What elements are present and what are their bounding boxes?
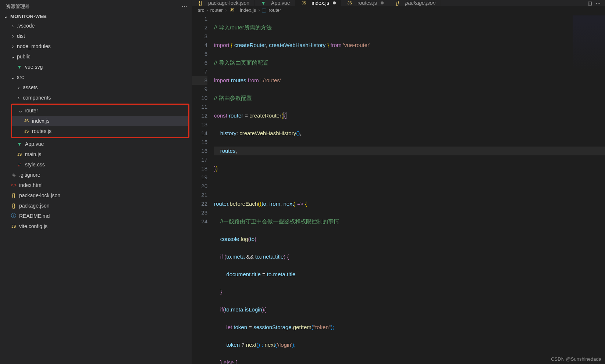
more-icon[interactable]: ⋯	[596, 0, 601, 6]
file-package-json[interactable]: {}package.json	[0, 201, 192, 211]
file-vue-svg[interactable]: ▼vue.svg	[0, 62, 192, 72]
tab-index-js[interactable]: JSindex.js	[295, 0, 341, 6]
json-icon: {}	[10, 203, 17, 209]
chevron-right-icon: ›	[10, 43, 15, 49]
folder-public[interactable]: ⌄public	[0, 51, 192, 62]
file-gitignore[interactable]: ◈.gitignore	[0, 170, 192, 180]
chevron-right-icon: ›	[10, 23, 15, 29]
js-icon: JS	[23, 129, 30, 133]
html-icon: <>	[10, 182, 17, 188]
tab-app-vue[interactable]: ▼App.vue	[255, 0, 295, 6]
tab-package-json[interactable]: {}package.json	[389, 0, 441, 6]
chevron-down-icon: ⌄	[3, 14, 9, 19]
highlight-box: ⌄router JSindex.js JSroutes.js	[11, 104, 189, 138]
project-name: MONITOR-WEB	[10, 14, 47, 19]
info-icon: ⓘ	[10, 213, 17, 219]
gutter: 123456789101112131415161718192021222324	[192, 14, 214, 364]
minimap[interactable]	[573, 15, 605, 78]
file-tree: ›.vscode ›dist ›node_modules ⌄public ▼vu…	[0, 21, 192, 364]
modified-dot-icon	[333, 1, 336, 4]
folder-router[interactable]: ⌄router	[12, 105, 188, 116]
chevron-down-icon: ⌄	[10, 54, 15, 60]
json-icon: {}	[197, 0, 204, 6]
project-header[interactable]: ⌄ MONITOR-WEB	[0, 12, 192, 21]
watermark: CSDN @Sunshinedada	[551, 356, 601, 362]
chevron-down-icon: ⌄	[10, 74, 15, 80]
explorer-header: 资源管理器 ⋯	[0, 0, 192, 12]
json-icon: {}	[394, 0, 401, 6]
explorer-sidebar: 资源管理器 ⋯ ⌄ MONITOR-WEB ›.vscode ›dist ›no…	[0, 0, 192, 364]
folder-components[interactable]: ›components	[0, 93, 192, 103]
file-index-js[interactable]: JSindex.js	[12, 116, 188, 126]
js-icon: JS	[16, 152, 23, 156]
js-icon: JS	[300, 1, 307, 5]
folder-assets[interactable]: ›assets	[0, 82, 192, 93]
vue-icon: ▼	[260, 0, 267, 6]
json-icon: {}	[10, 192, 17, 198]
folder-node-modules[interactable]: ›node_modules	[0, 41, 192, 51]
tab-package-lock[interactable]: {}package-lock.json	[192, 0, 255, 6]
chevron-right-icon: ›	[10, 33, 15, 39]
breadcrumb[interactable]: src› router› JSindex.js› ⬚router	[192, 6, 605, 14]
file-vite-config[interactable]: JSvite.config.js	[0, 221, 192, 231]
symbol-icon: ⬚	[262, 7, 266, 13]
chevron-right-icon: ›	[16, 95, 21, 101]
file-readme[interactable]: ⓘREADME.md	[0, 211, 192, 221]
tab-bar: {}package-lock.json ▼App.vue JSindex.js …	[192, 0, 605, 6]
folder-src[interactable]: ⌄src	[0, 72, 192, 82]
file-app-vue[interactable]: ▼App.vue	[0, 139, 192, 149]
file-index-html[interactable]: <>index.html	[0, 180, 192, 190]
chevron-down-icon: ⌄	[18, 108, 23, 113]
file-style-css[interactable]: #style.css	[0, 159, 192, 170]
vue-icon: ▼	[16, 64, 23, 70]
folder-vscode[interactable]: ›.vscode	[0, 21, 192, 31]
js-icon: JS	[346, 1, 353, 5]
folder-dist[interactable]: ›dist	[0, 31, 192, 41]
tab-routes-js[interactable]: JSroutes.js	[341, 0, 389, 6]
js-icon: JS	[229, 8, 235, 12]
code-area[interactable]: 123456789101112131415161718192021222324 …	[192, 14, 605, 364]
explorer-title: 资源管理器	[6, 3, 30, 10]
more-icon[interactable]: ⋯	[181, 3, 187, 10]
js-icon: JS	[10, 224, 17, 228]
file-routes-js[interactable]: JSroutes.js	[12, 126, 188, 136]
file-package-lock[interactable]: {}package-lock.json	[0, 190, 192, 201]
code-content[interactable]: // 导入router所需的方法 import { createRouter, …	[214, 14, 605, 364]
file-main-js[interactable]: JSmain.js	[0, 149, 192, 159]
split-icon[interactable]: ◫	[588, 0, 592, 6]
tab-actions: ◫ ⋯	[583, 0, 605, 6]
css-icon: #	[16, 162, 23, 167]
vue-icon: ▼	[16, 141, 23, 147]
modified-dot-icon	[381, 1, 384, 4]
git-icon: ◈	[10, 172, 17, 178]
js-icon: JS	[23, 119, 30, 123]
chevron-right-icon: ›	[16, 84, 21, 90]
editor-area: {}package-lock.json ▼App.vue JSindex.js …	[192, 0, 605, 364]
